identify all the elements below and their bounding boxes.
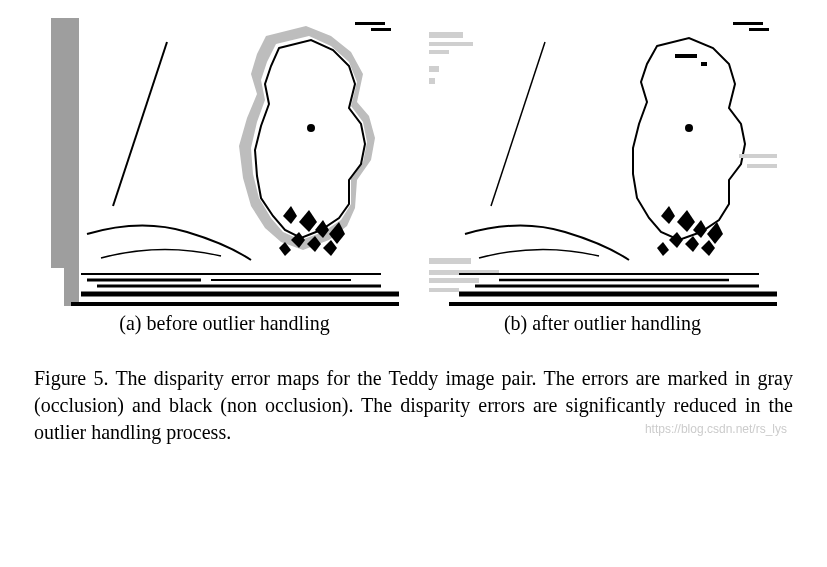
svg-rect-32 [733, 22, 763, 25]
svg-rect-34 [739, 154, 777, 158]
svg-rect-19 [429, 258, 471, 264]
svg-rect-1 [51, 18, 79, 268]
subfigure-b-image [429, 18, 777, 308]
svg-rect-14 [429, 32, 463, 38]
svg-rect-24 [701, 62, 707, 66]
svg-rect-11 [355, 22, 385, 25]
svg-point-3 [307, 124, 315, 132]
svg-rect-23 [675, 54, 697, 58]
svg-rect-15 [429, 42, 473, 46]
svg-point-25 [685, 124, 693, 132]
svg-rect-22 [429, 288, 459, 292]
subfigure-a-image [51, 18, 399, 308]
svg-rect-35 [747, 164, 777, 168]
subfigure-b: (b) after outlier handling [429, 18, 777, 335]
svg-rect-18 [429, 78, 435, 84]
subfigure-b-caption: (b) after outlier handling [504, 312, 701, 335]
figure-container: { "figure": { "sub_a": { "caption": "(a)… [30, 18, 797, 446]
subfigure-row: (a) before outlier handling [30, 18, 797, 335]
subfigure-a: (a) before outlier handling [51, 18, 399, 335]
svg-rect-16 [429, 50, 449, 54]
svg-rect-2 [64, 268, 79, 306]
svg-rect-17 [429, 66, 439, 72]
watermark-text: https://blog.csdn.net/rs_lys [645, 422, 787, 436]
subfigure-a-caption: (a) before outlier handling [119, 312, 329, 335]
svg-rect-33 [749, 28, 769, 31]
svg-rect-13 [429, 18, 777, 308]
svg-rect-12 [371, 28, 391, 31]
svg-rect-21 [429, 278, 479, 283]
